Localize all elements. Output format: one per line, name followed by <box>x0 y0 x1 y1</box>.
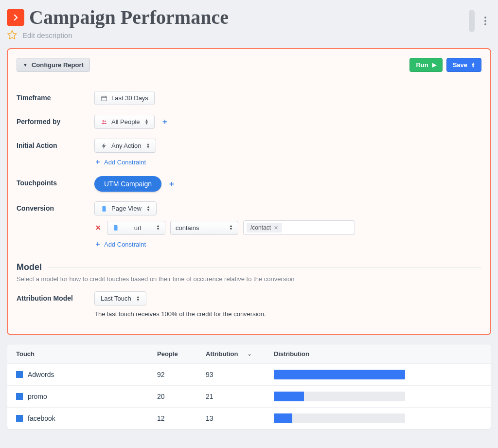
col-distribution: Distribution <box>274 350 482 358</box>
touch-swatch <box>16 415 23 422</box>
constraint-value-tag[interactable]: /contact ✕ <box>247 223 282 233</box>
timeframe-value: Last 30 Days <box>111 94 148 102</box>
performed-by-select[interactable]: All People <box>94 115 155 129</box>
constraint-field-select[interactable]: url <box>107 221 165 235</box>
timeframe-select[interactable]: Last 30 Days <box>94 91 155 105</box>
people-icon <box>101 119 107 125</box>
chevron-down-icon: ⌄ <box>248 351 251 357</box>
run-button[interactable]: Run ▶ <box>409 58 442 72</box>
conversion-label: Conversion <box>17 201 94 212</box>
plus-icon: ＋ <box>94 158 101 166</box>
attribution-value: 93 <box>206 371 274 378</box>
configure-report-button[interactable]: ▼ Configure Report <box>17 58 90 72</box>
svg-rect-0 <box>102 96 107 100</box>
touch-swatch <box>16 371 23 378</box>
add-constraint-conversion[interactable]: ＋ Add Constraint <box>94 240 355 249</box>
attribution-model-value: Last Touch <box>101 295 131 302</box>
double-caret-icon <box>145 119 149 125</box>
table-row: promo2021 <box>7 385 491 407</box>
chevron-down-icon: ▼ <box>23 62 28 68</box>
configure-report-label: Configure Report <box>32 61 84 69</box>
more-menu-button[interactable] <box>480 15 491 27</box>
attribution-model-select[interactable]: Last Touch <box>94 291 146 305</box>
col-people[interactable]: People <box>157 350 206 358</box>
play-icon: ▶ <box>432 62 436 68</box>
scroll-indicator <box>469 10 475 32</box>
model-section-sub: Select a model for how to credit touches… <box>17 275 481 283</box>
timeframe-label: Timeframe <box>17 91 94 102</box>
double-caret-icon <box>471 62 475 68</box>
distribution-bar <box>274 370 405 379</box>
config-panel: ▼ Configure Report Run ▶ Save Timeframe <box>7 48 491 335</box>
initial-action-value: Any Action <box>111 142 141 149</box>
add-performed-by-button[interactable]: ＋ <box>160 117 170 127</box>
conversion-value: Page View <box>111 205 142 212</box>
col-attribution-label: Attribution <box>206 350 238 358</box>
add-touchpoint-button[interactable]: ＋ <box>166 179 177 189</box>
add-constraint-label: Add Constraint <box>104 241 146 248</box>
attribution-value: 13 <box>206 414 274 422</box>
constraint-operator-select[interactable]: contains <box>170 221 238 235</box>
plus-icon: ＋ <box>94 240 101 249</box>
double-caret-icon <box>136 296 140 302</box>
performed-by-value: All People <box>111 118 140 125</box>
initial-action-label: Initial Action <box>17 139 94 149</box>
constraint-operator-value: contains <box>176 224 225 232</box>
col-attribution[interactable]: Attribution ⌄ <box>206 350 274 358</box>
table-row: Adwords9293 <box>7 363 491 385</box>
people-value: 20 <box>157 393 206 400</box>
double-caret-icon <box>146 206 150 212</box>
svg-point-1 <box>103 120 105 122</box>
calendar-icon <box>101 95 107 102</box>
conversion-select[interactable]: Page View <box>94 201 157 215</box>
page-icon <box>101 205 107 212</box>
action-icon <box>101 143 107 149</box>
attribution-model-description: The last touch receives 100% of the cred… <box>94 310 266 318</box>
distribution-bar <box>274 392 405 401</box>
double-caret-icon <box>146 143 150 149</box>
save-label: Save <box>453 61 467 69</box>
attribution-value: 21 <box>206 393 274 400</box>
page-icon <box>112 224 119 231</box>
remove-tag-icon[interactable]: ✕ <box>274 225 278 231</box>
edit-description[interactable]: Edit description <box>22 31 72 39</box>
page-title: Campaign Performance <box>29 6 229 29</box>
run-label: Run <box>416 61 428 69</box>
add-constraint-label: Add Constraint <box>104 159 146 166</box>
people-value: 12 <box>157 414 206 422</box>
remove-constraint-button[interactable]: ✕ <box>94 224 102 232</box>
col-touch[interactable]: Touch <box>16 350 157 358</box>
distribution-bar <box>274 413 405 423</box>
constraint-field-value: url <box>123 224 152 232</box>
touch-name: promo <box>28 393 47 400</box>
performed-by-label: Performed by <box>17 115 94 125</box>
touch-swatch <box>16 393 23 400</box>
star-icon[interactable] <box>7 30 18 40</box>
touch-name: Adwords <box>28 371 54 378</box>
divider <box>48 267 481 268</box>
constraint-value-input[interactable]: /contact ✕ <box>243 220 355 235</box>
svg-point-2 <box>105 120 106 122</box>
initial-action-select[interactable]: Any Action <box>94 139 156 153</box>
results-table: Touch People Attribution ⌄ Distribution … <box>7 344 491 430</box>
model-section-title: Model <box>17 262 42 272</box>
constraint-value-text: /contact <box>250 224 271 231</box>
save-button[interactable]: Save <box>446 58 481 72</box>
attribution-model-label: Attribution Model <box>17 291 94 302</box>
people-value: 92 <box>157 371 206 378</box>
table-row: facebook1213 <box>7 407 491 429</box>
touchpoint-chip[interactable]: UTM Campaign <box>94 176 161 192</box>
touchpoints-label: Touchpoints <box>17 176 94 187</box>
add-constraint-initial[interactable]: ＋ Add Constraint <box>94 158 156 166</box>
double-caret-icon <box>156 225 160 231</box>
touch-name: facebook <box>28 414 55 422</box>
double-caret-icon <box>229 225 233 231</box>
app-icon <box>7 9 24 26</box>
